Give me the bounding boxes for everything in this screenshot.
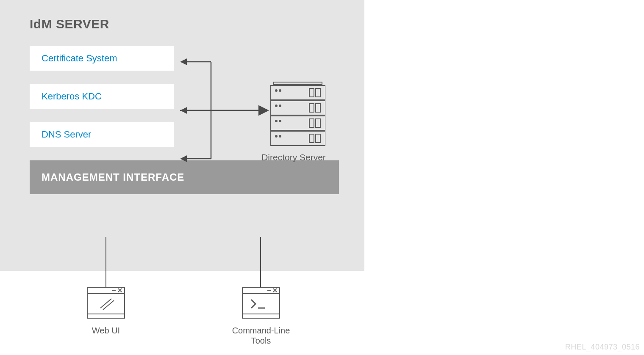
management-interface-label: MANAGEMENT INTERFACE (42, 171, 184, 183)
svg-rect-9 (309, 104, 314, 112)
cli-label-line1: Command-Line (225, 325, 297, 336)
web-ui-label: Web UI (85, 325, 127, 336)
management-interface-bar: MANAGEMENT INTERFACE (30, 160, 339, 194)
kerberos-kdc-label: Kerberos KDC (42, 91, 102, 102)
kerberos-kdc-box: Kerberos KDC (30, 84, 174, 109)
cli-label-line2: Tools (225, 336, 297, 346)
idm-server-container: IdM SERVER Certificate System Kerberos K… (0, 0, 364, 271)
svg-point-18 (279, 135, 281, 137)
directory-server-icon (270, 81, 325, 147)
svg-rect-4 (309, 88, 314, 97)
directory-server-label: Directory Server (255, 152, 332, 162)
svg-rect-20 (316, 134, 320, 143)
svg-point-2 (275, 90, 277, 91)
svg-rect-11 (270, 116, 325, 130)
svg-point-17 (275, 135, 277, 137)
svg-rect-5 (316, 88, 320, 97)
svg-rect-10 (316, 104, 320, 112)
dns-server-box: DNS Server (30, 122, 174, 147)
svg-rect-15 (316, 119, 320, 127)
footer-id: RHEL_404973_0516 (565, 343, 640, 352)
svg-point-7 (275, 105, 277, 107)
terminal-window-icon (242, 287, 280, 319)
webui-connector-line (105, 237, 106, 287)
svg-line-31 (100, 299, 111, 308)
svg-rect-1 (270, 85, 325, 100)
web-ui-client: Web UI (85, 287, 127, 336)
svg-rect-14 (309, 119, 314, 127)
svg-rect-0 (274, 82, 322, 85)
dns-server-label: DNS Server (42, 129, 91, 140)
svg-rect-16 (270, 131, 325, 146)
cli-connector-line (260, 237, 261, 287)
svg-point-13 (279, 120, 281, 122)
server-title: IdM SERVER (30, 17, 335, 31)
svg-point-8 (279, 105, 281, 107)
browser-window-icon (87, 287, 125, 319)
certificate-system-box: Certificate System (30, 46, 174, 71)
svg-rect-19 (309, 134, 314, 143)
cli-client: Command-Line Tools (225, 287, 297, 346)
svg-rect-6 (270, 101, 325, 115)
svg-point-12 (275, 120, 277, 122)
svg-line-32 (103, 300, 114, 310)
svg-point-3 (279, 90, 281, 91)
certificate-system-label: Certificate System (42, 53, 117, 64)
